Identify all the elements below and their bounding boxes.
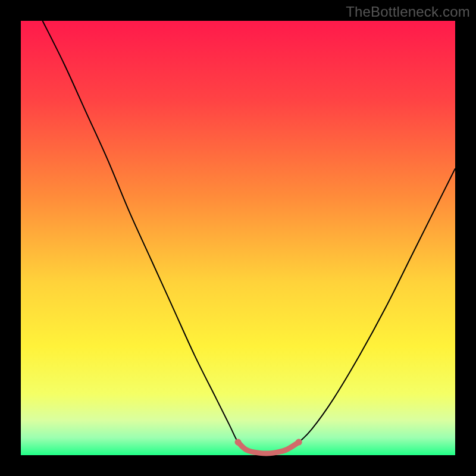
plot-background: [21, 21, 455, 455]
watermark-text: TheBottleneck.com: [346, 4, 470, 20]
bottleneck-chart: [0, 0, 476, 476]
optimal-zone-endpoint: [235, 439, 242, 446]
chart-frame: TheBottleneck.com: [0, 0, 476, 476]
optimal-zone-endpoint: [296, 439, 302, 446]
